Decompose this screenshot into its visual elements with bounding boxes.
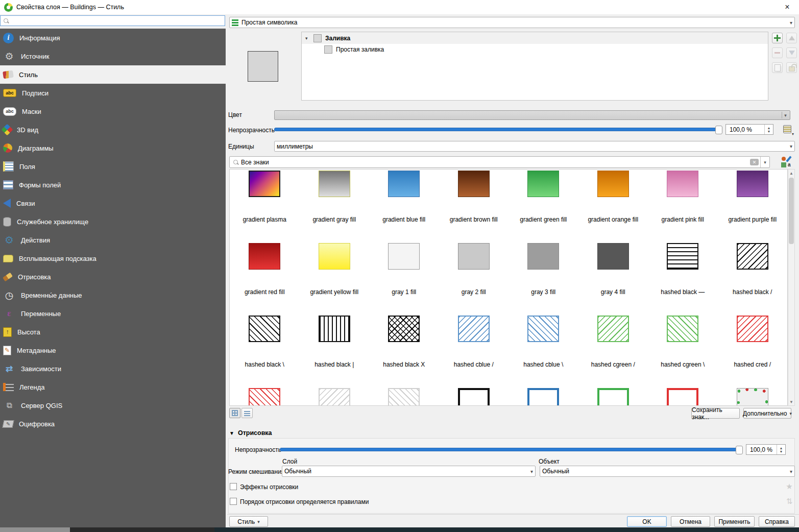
help-button[interactable]: Справка: [759, 516, 795, 527]
symbol-item[interactable]: hashed black \: [230, 315, 300, 387]
move-down-button[interactable]: [786, 47, 797, 58]
style-menu-button[interactable]: Стиль▾: [229, 516, 268, 527]
sidebar-item-style[interactable]: Стиль: [0, 65, 226, 84]
sidebar-item-variables[interactable]: Переменные: [0, 304, 226, 323]
remove-symbol-layer-button[interactable]: [772, 47, 783, 58]
clear-icon[interactable]: ✕: [750, 159, 759, 165]
symbol-item[interactable]: gradient purple fill: [718, 170, 788, 242]
symbol-item[interactable]: gradient brown fill: [439, 170, 509, 242]
sidebar-item-diagrams[interactable]: Диаграммы: [0, 139, 226, 157]
opacity-slider[interactable]: [274, 128, 722, 131]
symbol-item[interactable]: [369, 387, 439, 406]
symbol-item[interactable]: hashed black —: [648, 242, 718, 315]
spin-arrows-icon[interactable]: ▲▼: [777, 445, 785, 454]
sidebar-item-labels[interactable]: Подписи: [0, 84, 226, 102]
slider-handle[interactable]: [715, 126, 722, 134]
sidebar-item-joins[interactable]: Связи: [0, 194, 226, 212]
apply-button[interactable]: Применить: [714, 516, 755, 527]
lock-colors-button[interactable]: [786, 62, 797, 73]
symbol-item[interactable]: hashed cblue \: [509, 315, 578, 387]
sidebar-item-masks[interactable]: Маски: [0, 102, 226, 120]
scroll-down-icon[interactable]: ▼: [788, 398, 794, 405]
sidebar-item-elevation[interactable]: Высота: [0, 323, 226, 341]
add-symbol-layer-button[interactable]: [772, 33, 783, 43]
feature-order-checkbox[interactable]: [230, 498, 237, 505]
cancel-button[interactable]: Отмена: [671, 516, 710, 527]
symbol-filter-input[interactable]: [240, 158, 750, 166]
style-manager-button[interactable]: a: [781, 156, 793, 168]
symbology-type-select[interactable]: Простая символика ▾: [229, 17, 795, 28]
draw-effects-checkbox[interactable]: [230, 483, 237, 490]
symbol-item[interactable]: hashed cgreen /: [578, 315, 648, 387]
close-button[interactable]: ×: [782, 2, 793, 12]
symbol-item[interactable]: hashed black X: [369, 315, 439, 387]
layer-opacity-spinbox[interactable]: 100,0 % ▲▼: [746, 444, 786, 455]
symbol-item[interactable]: gray 1 fill: [369, 242, 439, 315]
advanced-button[interactable]: Дополнительно▾: [743, 408, 791, 419]
sidebar-item-metadata[interactable]: Метаданные: [0, 341, 226, 359]
symbol-item[interactable]: gradient gray fill: [300, 170, 370, 242]
symbol-item[interactable]: hashed black /: [718, 242, 788, 315]
symbol-item[interactable]: gradient blue fill: [369, 170, 439, 242]
rendering-section-header[interactable]: ▼ Отрисовка: [229, 429, 272, 437]
save-symbol-button[interactable]: Сохранить знак...: [691, 408, 740, 419]
layer-opacity-slider[interactable]: [280, 448, 743, 451]
sidebar-item-temporal[interactable]: Временны́е данные: [0, 286, 226, 304]
sidebar-item-form[interactable]: Формы полей: [0, 176, 226, 194]
symbol-item[interactable]: gradient red fill: [230, 242, 300, 315]
chevron-down-icon[interactable]: ▾: [760, 157, 769, 167]
scrollbar-thumb[interactable]: [789, 178, 794, 244]
sidebar-item-server[interactable]: Сервер QGIS: [0, 396, 226, 415]
tree-item-fill[interactable]: ▾ Заливка: [302, 32, 768, 44]
sidebar-item-digitizing[interactable]: Оцифровка: [0, 415, 226, 433]
sort-order-icon[interactable]: ⇅: [784, 496, 795, 507]
sidebar-search-input[interactable]: [10, 17, 225, 25]
symbol-item[interactable]: [439, 387, 509, 406]
chevron-down-icon[interactable]: ▾: [782, 112, 789, 118]
symbol-item[interactable]: gray 3 fill: [509, 242, 578, 315]
sidebar-item-maptips[interactable]: Всплывающая подсказка: [0, 249, 226, 268]
sidebar-item-3d[interactable]: 3D вид: [0, 120, 226, 139]
gallery-scrollbar[interactable]: ▲ ▼: [788, 169, 795, 406]
symbol-item[interactable]: hashed cgreen \: [648, 315, 718, 387]
sidebar-item-fields[interactable]: Поля: [0, 157, 226, 176]
duplicate-button[interactable]: [772, 62, 783, 73]
sidebar-item-storage[interactable]: Служебное хранилище: [0, 212, 226, 231]
sidebar-item-rendering[interactable]: Отрисовка: [0, 268, 226, 286]
symbol-item[interactable]: [300, 387, 370, 406]
slider-handle[interactable]: [736, 446, 743, 454]
symbol-item[interactable]: [578, 387, 648, 406]
units-select[interactable]: миллиметры ▾: [274, 141, 795, 152]
expander-icon[interactable]: ▾: [305, 36, 310, 41]
symbol-item[interactable]: [718, 387, 788, 406]
ok-button[interactable]: OK: [627, 516, 667, 527]
opacity-spinbox[interactable]: 100,0 % ▲▼: [725, 124, 773, 135]
object-blend-select[interactable]: Обычный ▾: [540, 466, 795, 477]
move-up-button[interactable]: [786, 33, 797, 43]
sidebar-item-legend[interactable]: Легенда: [0, 378, 226, 396]
symbol-item[interactable]: hashed black |: [300, 315, 370, 387]
symbol-item[interactable]: gradient green fill: [509, 170, 578, 242]
icon-view-button[interactable]: [229, 408, 240, 418]
symbol-item[interactable]: [230, 387, 300, 406]
sidebar-item-dependencies[interactable]: Зависимости: [0, 359, 226, 378]
sidebar-item-source[interactable]: Источник: [0, 47, 226, 65]
symbol-item[interactable]: hashed cred /: [718, 315, 788, 387]
list-view-button[interactable]: [241, 408, 253, 418]
spin-arrows-icon[interactable]: ▲▼: [764, 125, 773, 134]
symbol-item[interactable]: hashed cblue /: [439, 315, 509, 387]
symbol-item[interactable]: gray 4 fill: [578, 242, 648, 315]
symbol-item[interactable]: gradient pink fill: [648, 170, 718, 242]
symbol-item[interactable]: [509, 387, 578, 406]
sidebar-item-info[interactable]: Информация: [0, 29, 226, 47]
symbol-item[interactable]: [648, 387, 718, 406]
tree-item-simple-fill[interactable]: Простая заливка: [302, 44, 768, 55]
symbol-item[interactable]: gray 2 fill: [439, 242, 509, 315]
symbol-item[interactable]: gradient orange fill: [578, 170, 648, 242]
color-button[interactable]: ▾: [274, 110, 790, 120]
symbol-item[interactable]: gradient yellow fill: [300, 242, 370, 315]
effects-star-icon[interactable]: ★: [784, 481, 795, 492]
sidebar-item-actions[interactable]: Действия: [0, 231, 226, 249]
scroll-up-icon[interactable]: ▲: [788, 170, 794, 177]
data-defined-override-button[interactable]: [781, 124, 793, 134]
